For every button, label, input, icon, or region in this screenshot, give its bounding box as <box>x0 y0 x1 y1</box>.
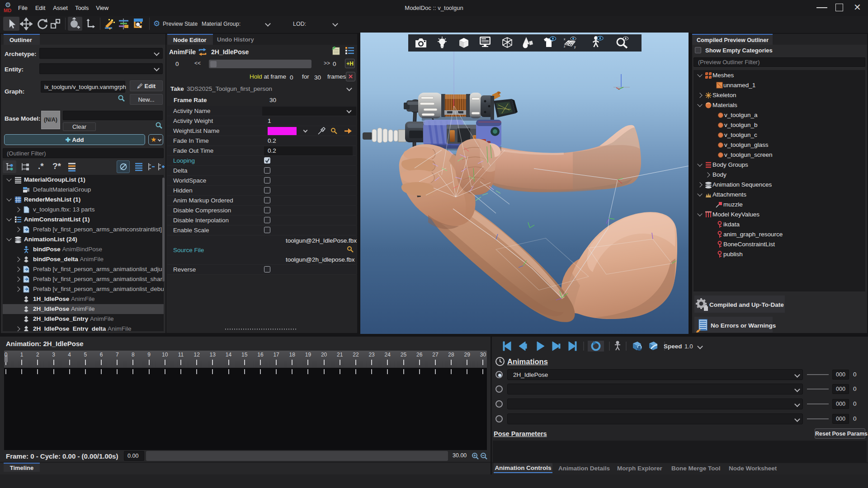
svg-text:x: x <box>564 38 566 41</box>
svg-text:z: z <box>564 45 566 48</box>
svg-text:y: y <box>574 45 576 49</box>
